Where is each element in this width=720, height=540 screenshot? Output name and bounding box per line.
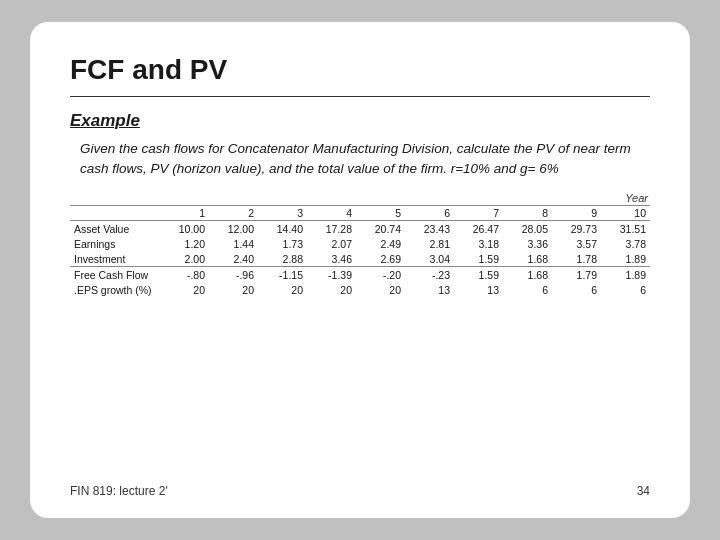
cell-value: 1.89 [601, 267, 650, 283]
slide-title: FCF and PV [70, 54, 650, 86]
cell-value: 2.69 [356, 251, 405, 267]
col-2: 2 [209, 206, 258, 221]
row-label: .EPS growth (%) [70, 282, 160, 297]
footer-lecture: FIN 819: lecture 2' [70, 484, 168, 498]
col-5: 5 [356, 206, 405, 221]
cell-value: 3.46 [307, 251, 356, 267]
col-6: 6 [405, 206, 454, 221]
cell-value: -.20 [356, 267, 405, 283]
row-label: Free Cash Flow [70, 267, 160, 283]
cell-value: 1.89 [601, 251, 650, 267]
cell-value: 23.43 [405, 221, 454, 237]
cell-value: 20 [209, 282, 258, 297]
cell-value: -.23 [405, 267, 454, 283]
col-8: 8 [503, 206, 552, 221]
cell-value: 13 [405, 282, 454, 297]
table-row: Free Cash Flow-.80-.96-1.15-1.39-.20-.23… [70, 267, 650, 283]
cell-value: 1.20 [160, 236, 209, 251]
slide: FCF and PV Example Given the cash flows … [30, 22, 690, 518]
cell-value: -.96 [209, 267, 258, 283]
cell-value: 2.07 [307, 236, 356, 251]
cell-value: 12.00 [209, 221, 258, 237]
cell-value: 1.44 [209, 236, 258, 251]
cell-value: 3.78 [601, 236, 650, 251]
col-7: 7 [454, 206, 503, 221]
row-label: Investment [70, 251, 160, 267]
cell-value: 1.79 [552, 267, 601, 283]
cell-value: 20 [307, 282, 356, 297]
cell-value: 17.28 [307, 221, 356, 237]
cell-value: 10.00 [160, 221, 209, 237]
cell-value: 20 [356, 282, 405, 297]
cell-value: 3.57 [552, 236, 601, 251]
cell-value: 1.68 [503, 267, 552, 283]
table-row: Investment2.002.402.883.462.693.041.591.… [70, 251, 650, 267]
cell-value: -1.15 [258, 267, 307, 283]
cell-value: 2.88 [258, 251, 307, 267]
cell-value: 3.04 [405, 251, 454, 267]
table-header-row: 1 2 3 4 5 6 7 8 9 10 [70, 206, 650, 221]
data-table: 1 2 3 4 5 6 7 8 9 10 Asset Value10.0012.… [70, 205, 650, 297]
cell-value: 6 [503, 282, 552, 297]
cell-value: 2.40 [209, 251, 258, 267]
footer-page: 34 [637, 484, 650, 498]
col-3: 3 [258, 206, 307, 221]
footer: FIN 819: lecture 2' 34 [70, 474, 650, 498]
cell-value: 2.00 [160, 251, 209, 267]
table-row: Asset Value10.0012.0014.4017.2820.7423.4… [70, 221, 650, 237]
row-label: Asset Value [70, 221, 160, 237]
cell-value: 31.51 [601, 221, 650, 237]
cell-value: 13 [454, 282, 503, 297]
cell-value: 29.73 [552, 221, 601, 237]
table-row: Earnings1.201.441.732.072.492.813.183.36… [70, 236, 650, 251]
cell-value: 6 [552, 282, 601, 297]
cell-value: 1.68 [503, 251, 552, 267]
cell-value: 3.18 [454, 236, 503, 251]
table-container: Year 1 2 3 4 5 6 7 8 9 10 Asset Value10 [70, 192, 650, 297]
example-label: Example [70, 111, 650, 131]
cell-value: -1.39 [307, 267, 356, 283]
col-10: 10 [601, 206, 650, 221]
col-label [70, 206, 160, 221]
cell-value: 3.36 [503, 236, 552, 251]
cell-value: 1.59 [454, 251, 503, 267]
cell-value: 28.05 [503, 221, 552, 237]
cell-value: 2.49 [356, 236, 405, 251]
cell-value: 20.74 [356, 221, 405, 237]
cell-value: -.80 [160, 267, 209, 283]
col-9: 9 [552, 206, 601, 221]
cell-value: 26.47 [454, 221, 503, 237]
divider [70, 96, 650, 97]
col-4: 4 [307, 206, 356, 221]
cell-value: 20 [160, 282, 209, 297]
row-label: Earnings [70, 236, 160, 251]
year-label: Year [70, 192, 648, 204]
cell-value: 2.81 [405, 236, 454, 251]
cell-value: 1.59 [454, 267, 503, 283]
cell-value: 1.78 [552, 251, 601, 267]
cell-value: 20 [258, 282, 307, 297]
col-1: 1 [160, 206, 209, 221]
description: Given the cash flows for Concatenator Ma… [80, 139, 650, 178]
cell-value: 14.40 [258, 221, 307, 237]
table-row: .EPS growth (%)20202020201313666 [70, 282, 650, 297]
cell-value: 1.73 [258, 236, 307, 251]
cell-value: 6 [601, 282, 650, 297]
